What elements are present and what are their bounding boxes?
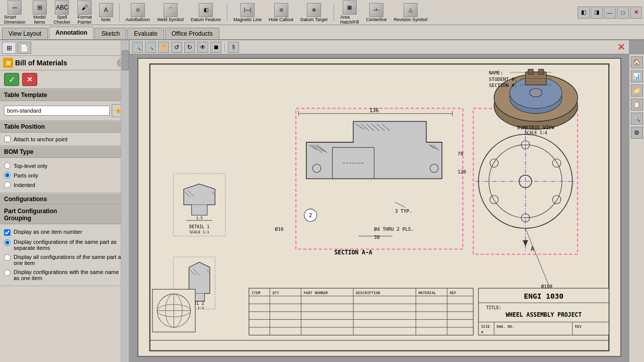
tab-evaluate[interactable]: Evaluate [127, 28, 164, 39]
view-options-btn[interactable]: 👁 [197, 42, 208, 53]
svg-text:136: 136 [369, 107, 379, 113]
svg-text:QTY: QTY [272, 291, 279, 295]
expand-left-btn[interactable]: ◧ [578, 7, 590, 19]
radio-all-one-item-label[interactable]: Display all configurations of the same p… [14, 254, 125, 266]
bom-type-header[interactable]: BOM Type ▲ [0, 146, 129, 158]
svg-text:PART NUMBER: PART NUMBER [304, 291, 329, 295]
tab-view-layout[interactable]: View Layout [2, 28, 48, 39]
svg-text:SECTION A-A: SECTION A-A [334, 249, 372, 256]
revision-symbol-tool[interactable]: △ Revision Symbol [392, 2, 430, 23]
left-panel-scrollbar[interactable] [121, 40, 129, 362]
drawing-svg: 136 2 3 TYP. Ø4 THRU 2 PLS. 70 120 38 [138, 59, 620, 356]
table-template-header[interactable]: Table Template ▲ [0, 89, 129, 101]
chart-icon-btn[interactable]: 📊 [631, 70, 643, 82]
right-sidebar: 🏠 📊 📁 📋 🔍 ⚙ [629, 54, 644, 362]
cancel-button[interactable]: ✕ [22, 73, 37, 86]
svg-text:STUDENT #:: STUDENT #: [489, 76, 517, 82]
restore-btn[interactable]: □ [617, 7, 629, 19]
radio-indented-label[interactable]: Indented [14, 182, 35, 188]
svg-text:2: 2 [309, 212, 312, 218]
drawing-close-x[interactable]: ✕ [615, 41, 627, 53]
section-part-config: Part ConfigurationGrouping ▲ Display as … [0, 205, 129, 286]
hole-callout-tool[interactable]: ⊘ Hole Callout [267, 2, 295, 23]
panel-tab-icon-1[interactable]: ⊞ [2, 42, 16, 54]
weld-symbol-tool[interactable]: ⌒ Weld Symbol [155, 2, 186, 23]
checkbox-one-item-number-label[interactable]: Display as one item number [14, 229, 82, 235]
pan-tool[interactable]: ✋ [158, 42, 169, 53]
drawing-paper: 136 2 3 TYP. Ø4 THRU 2 PLS. 70 120 38 [137, 58, 621, 357]
refresh-btn[interactable]: ↻ [184, 42, 195, 53]
close-btn[interactable]: ✕ [630, 7, 642, 19]
magnetic-line-tool[interactable]: |—| Magnetic Line [231, 2, 264, 23]
svg-text:SECTION #:: SECTION #: [489, 82, 517, 88]
part-config-title: Part ConfigurationGrouping [4, 208, 57, 222]
svg-text:3 TYP.: 3 TYP. [395, 208, 412, 214]
settings-icon-btn[interactable]: ⚙ [631, 127, 643, 139]
attach-anchor-checkbox[interactable] [4, 136, 11, 142]
radio-parts-only[interactable] [4, 172, 11, 178]
tab-sketch[interactable]: Sketch [95, 28, 126, 39]
spell-checker-tool[interactable]: ABC SpellChecker [52, 0, 73, 26]
radio-separate-items-label[interactable]: Display configurations of the same part … [14, 239, 125, 251]
svg-text:SIZE: SIZE [481, 324, 490, 329]
radio-parts-only-label[interactable]: Parts only [14, 172, 38, 178]
svg-text:DWG. NO.: DWG. NO. [497, 324, 514, 329]
radio-same-name-label[interactable]: Display configurations with the same nam… [14, 269, 125, 281]
svg-text:ENGI 1030: ENGI 1030 [524, 292, 564, 300]
home-icon-btn[interactable]: 🏠 [631, 56, 643, 68]
section-view-btn[interactable]: § [228, 42, 239, 53]
svg-line-65 [525, 228, 549, 286]
display-mode-btn[interactable]: ◼ [210, 42, 221, 53]
section-table-position: Table Position ▲ Attach to anchor point [0, 121, 129, 146]
radio-same-name[interactable] [4, 269, 11, 276]
panel-title: Bill of Materials [15, 59, 115, 67]
smart-dimension-tool[interactable]: ↔ View Layout SmartDimension [2, 0, 28, 26]
svg-point-53 [552, 159, 561, 167]
tab-office-products[interactable]: Office Products [165, 28, 219, 39]
radio-all-one-item[interactable] [4, 254, 11, 261]
format-painter-tool[interactable]: 🖌 FormatPainter [75, 0, 94, 26]
section-configurations: Configurations ▼ [0, 193, 129, 205]
centerline-tool[interactable]: -+- Centerline [364, 2, 388, 23]
radio-top-level-label[interactable]: Top-level only [14, 163, 47, 169]
zoom-in-btn[interactable]: 🔍 [132, 42, 143, 53]
svg-point-57 [490, 159, 499, 167]
left-panel: ⊞ 📄 ⊞ Bill of Materials ? ✓ ✕ Table Temp… [0, 40, 130, 362]
area-hatch-tool[interactable]: ▦ AreaHatch/Fill [338, 0, 361, 26]
panel-tab-icon-2[interactable]: 📄 [17, 42, 31, 54]
svg-text:DETAIL 1: DETAIL 1 [189, 224, 209, 229]
minimize-btn[interactable]: — [604, 7, 616, 19]
svg-text:MATERIAL: MATERIAL [419, 291, 437, 295]
note-tool[interactable]: A Note [97, 2, 115, 23]
configurations-title: Configurations [4, 196, 47, 203]
tab-annotation[interactable]: Annotation [49, 27, 94, 39]
section-table-template: Table Template ▲ ★ [0, 89, 129, 121]
datum-feature-tool[interactable]: ◧ Datum Feature [189, 2, 223, 23]
svg-line-26 [395, 202, 406, 207]
datum-target-tool[interactable]: ⊕ Datum Target [298, 2, 330, 23]
autoballoon-tool[interactable]: ⊙ AutoBalloon [124, 2, 152, 23]
radio-indented[interactable] [4, 182, 11, 188]
table-position-title: Table Position [4, 123, 45, 130]
clipboard-icon-btn[interactable]: 📋 [631, 99, 643, 111]
part-config-header[interactable]: Part ConfigurationGrouping ▲ [0, 205, 129, 224]
section-bom-type: BOM Type ▲ Top-level only Parts only Ind… [0, 146, 129, 193]
svg-text:REV: REV [575, 324, 582, 329]
zoom-out-btn[interactable]: 🔍 [145, 42, 156, 53]
model-items-tool[interactable]: ⊞ ModelItems [31, 0, 49, 26]
rotate-tool[interactable]: ↺ [171, 42, 182, 53]
svg-text:SCALE 1:4: SCALE 1:4 [525, 130, 547, 135]
search-icon-btn[interactable]: 🔍 [631, 113, 643, 125]
checkbox-one-item-number[interactable] [4, 229, 11, 236]
folder-icon-btn[interactable]: 📁 [631, 84, 643, 97]
template-input[interactable] [4, 106, 110, 116]
confirm-button[interactable]: ✓ [4, 73, 19, 86]
configurations-header[interactable]: Configurations ▼ [0, 193, 129, 205]
attach-anchor-label[interactable]: Attach to anchor point [14, 136, 67, 142]
svg-rect-73 [538, 69, 543, 74]
expand-right-btn[interactable]: ◨ [591, 7, 603, 19]
svg-text:WHEEL ASSEMBLY PROJECT: WHEEL ASSEMBLY PROJECT [506, 311, 582, 318]
table-position-header[interactable]: Table Position ▲ [0, 121, 129, 133]
radio-separate-items[interactable] [4, 239, 11, 246]
radio-top-level[interactable] [4, 162, 11, 169]
